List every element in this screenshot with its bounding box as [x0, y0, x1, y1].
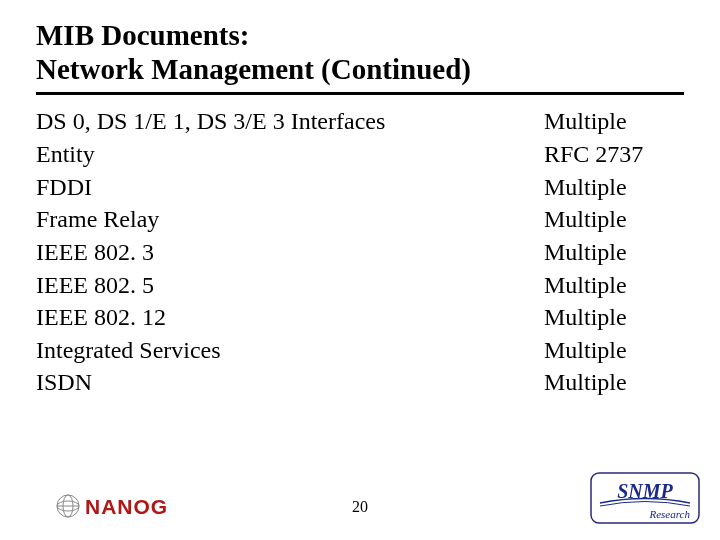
row-value: Multiple: [534, 334, 684, 367]
table-row: IEEE 802. 12Multiple: [36, 301, 684, 334]
table-row: IEEE 802. 3Multiple: [36, 236, 684, 269]
row-label: IEEE 802. 3: [36, 236, 534, 269]
row-value: RFC 2737: [534, 138, 684, 171]
table-row: EntityRFC 2737: [36, 138, 684, 171]
row-value: Multiple: [534, 366, 684, 399]
row-label: FDDI: [36, 171, 534, 204]
row-label: Integrated Services: [36, 334, 534, 367]
row-label: DS 0, DS 1/E 1, DS 3/E 3 Interfaces: [36, 105, 534, 138]
row-label: IEEE 802. 5: [36, 269, 534, 302]
row-value: Multiple: [534, 236, 684, 269]
row-label: Entity: [36, 138, 534, 171]
row-value: Multiple: [534, 105, 684, 138]
slide-title: MIB Documents: Network Management (Conti…: [36, 18, 692, 86]
table-row: FDDIMultiple: [36, 171, 684, 204]
snmp-research-logo: SNMP Research: [590, 472, 700, 526]
row-value: Multiple: [534, 203, 684, 236]
footer: NANOG 20 SNMP Research: [0, 468, 720, 528]
table-row: DS 0, DS 1/E 1, DS 3/E 3 InterfacesMulti…: [36, 105, 684, 138]
row-value: Multiple: [534, 269, 684, 302]
table-row: Integrated ServicesMultiple: [36, 334, 684, 367]
content-list: DS 0, DS 1/E 1, DS 3/E 3 InterfacesMulti…: [36, 105, 684, 399]
title-line-1: MIB Documents:: [36, 19, 249, 51]
horizontal-rule: [36, 92, 684, 95]
row-label: IEEE 802. 12: [36, 301, 534, 334]
table-row: Frame RelayMultiple: [36, 203, 684, 236]
row-label: Frame Relay: [36, 203, 534, 236]
row-value: Multiple: [534, 301, 684, 334]
slide: MIB Documents: Network Management (Conti…: [0, 0, 720, 540]
title-line-2: Network Management (Continued): [36, 53, 471, 85]
table-row: IEEE 802. 5Multiple: [36, 269, 684, 302]
table-row: ISDNMultiple: [36, 366, 684, 399]
svg-text:Research: Research: [648, 508, 690, 520]
row-value: Multiple: [534, 171, 684, 204]
row-label: ISDN: [36, 366, 534, 399]
